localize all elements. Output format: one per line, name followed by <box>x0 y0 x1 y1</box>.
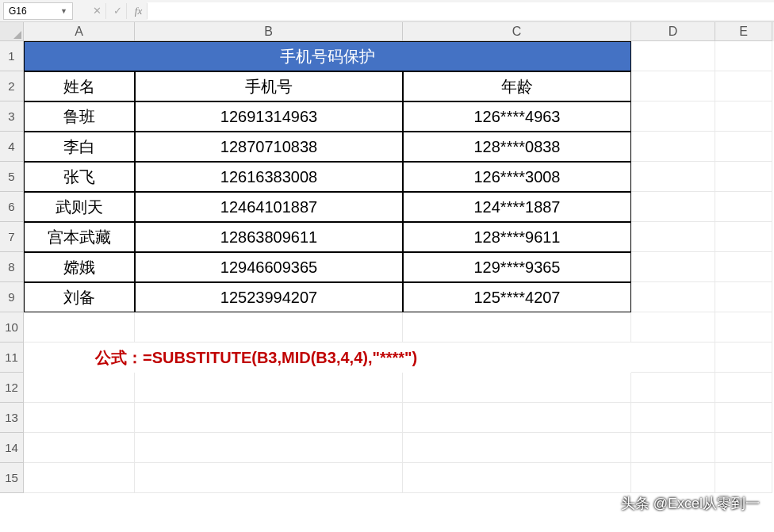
cell-masked[interactable]: 126****4963 <box>403 101 631 132</box>
cell[interactable] <box>715 41 772 71</box>
cell-masked[interactable]: 129****9365 <box>403 252 631 282</box>
title-cell[interactable]: 手机号码保护 <box>24 41 631 71</box>
row-header[interactable]: 12 <box>0 373 24 403</box>
cell[interactable] <box>631 192 715 222</box>
cell[interactable] <box>715 282 772 312</box>
row-header[interactable]: 3 <box>0 101 24 132</box>
cell[interactable] <box>631 41 715 71</box>
cell[interactable] <box>631 252 715 282</box>
cell-name[interactable]: 鲁班 <box>24 101 135 132</box>
cell[interactable] <box>715 192 772 222</box>
cell[interactable] <box>715 132 772 162</box>
cell[interactable] <box>631 101 715 132</box>
cell-phone[interactable]: 12946609365 <box>135 252 403 282</box>
cell[interactable] <box>135 403 403 433</box>
cell[interactable] <box>135 463 403 493</box>
cell-masked[interactable]: 128****0838 <box>403 132 631 162</box>
cell[interactable] <box>631 403 715 433</box>
cell[interactable] <box>631 433 715 463</box>
formula-input[interactable] <box>148 2 774 20</box>
cell[interactable] <box>135 373 403 403</box>
cell[interactable] <box>715 312 772 343</box>
cell[interactable] <box>135 312 403 343</box>
cell-name[interactable]: 刘备 <box>24 282 135 312</box>
cell[interactable] <box>135 433 403 463</box>
cell[interactable] <box>715 433 772 463</box>
cell[interactable] <box>24 373 135 403</box>
header-name[interactable]: 姓名 <box>24 71 135 101</box>
name-box-value: G16 <box>9 6 27 17</box>
cell-phone[interactable]: 12870710838 <box>135 132 403 162</box>
row-header[interactable]: 8 <box>0 252 24 282</box>
row-header[interactable]: 1 <box>0 41 24 71</box>
col-header-D[interactable]: D <box>631 22 715 41</box>
cell-name[interactable]: 张飞 <box>24 162 135 192</box>
cell[interactable] <box>631 222 715 252</box>
cell-name[interactable]: 李白 <box>24 132 135 162</box>
row-header[interactable]: 7 <box>0 222 24 252</box>
row-header[interactable]: 10 <box>0 312 24 343</box>
cell-masked[interactable]: 126****3008 <box>403 162 631 192</box>
table-row: 9 刘备 12523994207 125****4207 <box>0 282 774 312</box>
header-phone[interactable]: 手机号 <box>135 71 403 101</box>
select-all-corner[interactable] <box>0 22 24 41</box>
cell[interactable] <box>715 101 772 132</box>
cell-phone[interactable]: 12863809611 <box>135 222 403 252</box>
cell[interactable] <box>403 463 631 493</box>
cell[interactable] <box>24 312 135 343</box>
header-age[interactable]: 年龄 <box>403 71 631 101</box>
cell-masked[interactable]: 124****1887 <box>403 192 631 222</box>
cell-phone[interactable]: 12464101887 <box>135 192 403 222</box>
cell[interactable] <box>715 373 772 403</box>
cell[interactable] <box>631 463 715 493</box>
cell[interactable] <box>403 433 631 463</box>
row-header[interactable]: 9 <box>0 282 24 312</box>
cell[interactable] <box>24 463 135 493</box>
cell[interactable] <box>24 403 135 433</box>
col-header-A[interactable]: A <box>24 22 135 41</box>
cell[interactable] <box>631 373 715 403</box>
cell-phone[interactable]: 12523994207 <box>135 282 403 312</box>
formula-annotation[interactable]: 公式：=SUBSTITUTE(B3,MID(B3,4,4),"****") <box>24 343 631 373</box>
cell[interactable] <box>403 312 631 343</box>
confirm-icon[interactable]: ✓ <box>109 3 127 19</box>
cell[interactable] <box>631 312 715 343</box>
col-header-C[interactable]: C <box>403 22 631 41</box>
cell[interactable] <box>715 222 772 252</box>
row-header[interactable]: 4 <box>0 132 24 162</box>
cell[interactable] <box>715 162 772 192</box>
row-header[interactable]: 5 <box>0 162 24 192</box>
cell[interactable] <box>631 282 715 312</box>
cancel-icon[interactable]: ✕ <box>89 3 106 19</box>
chevron-down-icon[interactable]: ▼ <box>60 7 67 15</box>
row-header[interactable]: 14 <box>0 433 24 463</box>
cell-phone[interactable]: 12616383008 <box>135 162 403 192</box>
cell[interactable] <box>403 403 631 433</box>
row-header[interactable]: 6 <box>0 192 24 222</box>
cell-name[interactable]: 嫦娥 <box>24 252 135 282</box>
cell[interactable] <box>403 373 631 403</box>
row-header[interactable]: 15 <box>0 463 24 493</box>
cell[interactable] <box>715 403 772 433</box>
fx-icon[interactable]: fx <box>130 3 148 19</box>
cell[interactable] <box>631 71 715 101</box>
cell[interactable] <box>715 343 772 373</box>
row-header[interactable]: 11 <box>0 343 24 373</box>
cell[interactable] <box>631 132 715 162</box>
name-box[interactable]: G16 ▼ <box>3 2 73 20</box>
cell[interactable] <box>631 162 715 192</box>
cell[interactable] <box>715 71 772 101</box>
row-header[interactable]: 13 <box>0 403 24 433</box>
cell[interactable] <box>631 343 715 373</box>
cell-phone[interactable]: 12691314963 <box>135 101 403 132</box>
col-header-B[interactable]: B <box>135 22 403 41</box>
col-header-E[interactable]: E <box>715 22 772 41</box>
cell[interactable] <box>715 252 772 282</box>
cell-masked[interactable]: 125****4207 <box>403 282 631 312</box>
cell-name[interactable]: 武则天 <box>24 192 135 222</box>
cell[interactable] <box>715 463 772 493</box>
row-header[interactable]: 2 <box>0 71 24 101</box>
cell[interactable] <box>24 433 135 463</box>
cell-name[interactable]: 宫本武藏 <box>24 222 135 252</box>
cell-masked[interactable]: 128****9611 <box>403 222 631 252</box>
